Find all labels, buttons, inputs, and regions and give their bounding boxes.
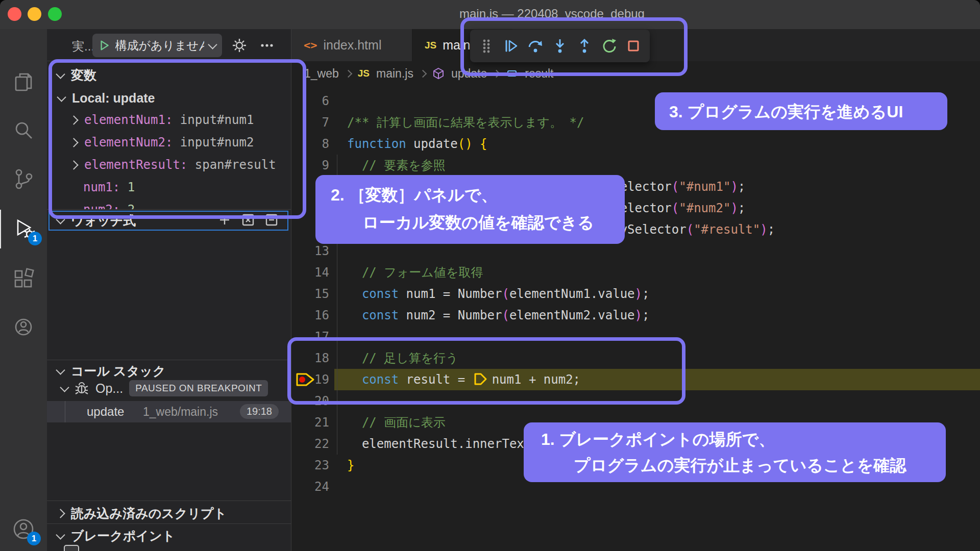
indent-guide	[337, 262, 337, 283]
maximize-window-button[interactable]	[48, 7, 62, 21]
paused-status-badge: PAUSED ON BREAKPOINT	[129, 380, 268, 396]
code-line-9[interactable]: 9 // 要素を参照	[291, 155, 980, 176]
debug-session-row[interactable]: Op... PAUSED ON BREAKPOINT	[61, 378, 268, 399]
sidebar-item-remote-explorer[interactable]	[0, 308, 47, 346]
html-file-icon: <>	[304, 39, 317, 52]
annotation-text: 1. ブレークポイントの場所で、	[541, 429, 775, 451]
start-debug-icon	[99, 39, 110, 52]
loaded-scripts-title: 読み込み済みのスクリプト	[71, 505, 227, 522]
indent-guide	[337, 155, 337, 176]
ellipsis-icon	[258, 37, 276, 54]
launch-config-label: 構成がありません	[115, 38, 204, 54]
line-number[interactable]: 24	[291, 476, 329, 497]
line-number[interactable]: 16	[291, 305, 329, 326]
js-file-icon: JS	[425, 40, 436, 51]
symbol-module-icon	[432, 67, 445, 80]
line-number[interactable]: 23	[291, 455, 329, 476]
indent-guide	[337, 433, 337, 455]
breadcrumb-item-file[interactable]: main.js	[376, 67, 413, 81]
sidebar-item-search[interactable]	[0, 111, 47, 149]
account-button[interactable]: 1	[0, 510, 47, 548]
code-line-16[interactable]: 16 const num2 = Number(elementNum2.value…	[291, 305, 980, 326]
line-number[interactable]: 14	[291, 262, 329, 283]
debug-badge: 1	[28, 232, 42, 245]
extensions-icon	[12, 268, 35, 290]
debug-settings-button[interactable]	[229, 35, 250, 56]
annotation-text: 3. プログラムの実行を進めるUI	[669, 101, 903, 123]
minimize-window-button[interactable]	[28, 7, 41, 21]
chevron-down-icon	[56, 365, 65, 374]
indent-guide	[337, 412, 337, 433]
call-stack-title: コール スタック	[71, 363, 165, 380]
loaded-scripts-header[interactable]: 読み込み済みのスクリプト	[47, 503, 291, 524]
chevron-right-icon	[419, 69, 427, 78]
call-stack-panel: コール スタック Op... PAUSED ON BREAKPOINT upda…	[47, 360, 291, 501]
indent-guide	[65, 401, 65, 422]
sidebar-item-source-control[interactable]	[0, 160, 47, 198]
code-line-8[interactable]: 8function update() {	[291, 133, 980, 155]
breakpoints-header[interactable]: ブレークポイント	[47, 525, 291, 546]
remote-explorer-icon	[12, 316, 35, 338]
vscode-window: main.js — 220408_vscode_debug	[0, 0, 980, 551]
annotation-text: プログラムの実行が止まっていることを確認	[574, 455, 906, 477]
account-badge: 1	[27, 532, 41, 545]
explorer-icon	[12, 71, 35, 93]
gear-icon	[231, 37, 248, 54]
breakpoint-checkbox[interactable]	[64, 545, 79, 551]
frame-function: update	[87, 401, 124, 422]
search-icon	[12, 119, 35, 141]
tab-label: index.html	[324, 38, 382, 53]
indent-guide	[337, 305, 337, 326]
chevron-down-icon	[208, 40, 217, 49]
close-window-button[interactable]	[8, 7, 21, 21]
line-number[interactable]: 15	[291, 283, 329, 305]
annotation-box-variables	[48, 59, 306, 219]
line-number[interactable]: 21	[291, 412, 329, 433]
annotation-text: 2. ［変数］パネルで、	[331, 184, 498, 207]
frame-position-badge: 19:18	[240, 404, 279, 419]
annotation-note-1: 1. ブレークポイントの場所で、 プログラムの実行が止まっていることを確認	[524, 422, 946, 482]
annotation-box-breakpoint-line	[287, 337, 685, 405]
tab-index-html[interactable]: <> index.html	[291, 29, 412, 61]
views-more-button[interactable]	[257, 35, 277, 56]
chevron-down-icon	[60, 383, 69, 392]
session-label: Op...	[95, 381, 123, 396]
code-line-14[interactable]: 14 // フォーム値を取得	[291, 262, 980, 283]
annotation-note-3: 3. プログラムの実行を進めるUI	[655, 92, 947, 130]
sidebar-item-explorer[interactable]	[0, 63, 47, 102]
activity-bar: 1 1	[0, 29, 47, 551]
indent-guide	[337, 283, 337, 305]
watch-panel: ウォッチ式	[47, 209, 291, 360]
launch-config-dropdown[interactable]: 構成がありません	[92, 34, 222, 57]
sidebar-title: 実...	[72, 38, 94, 55]
js-file-icon: JS	[358, 68, 370, 79]
frame-file: 1_web/main.js	[143, 401, 218, 422]
sidebar-item-extensions[interactable]	[0, 260, 47, 298]
annotation-note-2: 2. ［変数］パネルで、 ローカル変数の値を確認できる	[315, 175, 625, 244]
sidebar-item-run-and-debug[interactable]: 1	[0, 210, 48, 248]
bug-icon	[74, 381, 89, 396]
chevron-down-icon	[56, 530, 65, 539]
code-line-15[interactable]: 15 const num1 = Number(elementNum1.value…	[291, 283, 980, 305]
breadcrumb-item-folder[interactable]: 1_web	[304, 67, 339, 81]
chevron-right-icon	[345, 69, 353, 78]
line-number[interactable]: 22	[291, 433, 329, 455]
chevron-right-icon	[56, 509, 65, 518]
annotation-text: ローカル変数の値を確認できる	[362, 212, 594, 234]
source-control-icon	[12, 168, 35, 190]
annotation-box-toolbar	[460, 17, 688, 76]
stack-frame-row[interactable]: update 1_web/main.js 19:18	[47, 401, 291, 422]
breakpoints-title: ブレークポイント	[71, 528, 175, 544]
